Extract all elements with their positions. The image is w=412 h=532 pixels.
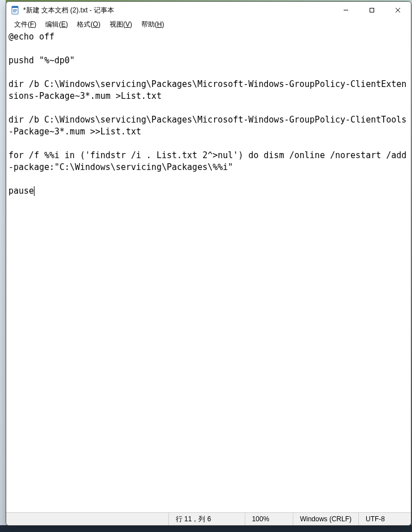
text-editor[interactable]: @echo off pushd "%~dp0" dir /b C:\Window… (6, 30, 411, 512)
menubar: 文件(F) 编辑(E) 格式(O) 视图(V) 帮助(H) (6, 19, 411, 30)
taskbar-fragment (0, 525, 412, 532)
svg-rect-1 (12, 6, 18, 8)
window-title: *新建 文本文档 (2).txt - 记事本 (23, 6, 333, 15)
background-fragment (0, 0, 6, 525)
menu-format[interactable]: 格式(O) (72, 19, 105, 30)
titlebar[interactable]: *新建 文本文档 (2).txt - 记事本 (6, 2, 411, 19)
maximize-button[interactable] (359, 2, 385, 19)
status-zoom: 100% (245, 513, 293, 525)
menu-help[interactable]: 帮助(H) (137, 19, 169, 30)
minimize-button[interactable] (333, 2, 359, 19)
menu-file[interactable]: 文件(F) (10, 19, 41, 30)
menu-view[interactable]: 视图(V) (105, 19, 137, 30)
menu-edit[interactable]: 编辑(E) (41, 19, 72, 30)
status-position: 行 11，列 6 (168, 513, 245, 525)
svg-rect-6 (370, 8, 374, 12)
status-line-ending: Windows (CRLF) (293, 513, 358, 525)
status-spacer (6, 513, 168, 525)
close-button[interactable] (385, 2, 411, 19)
notepad-icon (11, 6, 20, 15)
notepad-window: *新建 文本文档 (2).txt - 记事本 文件(F) 编辑(E) 格式(O)… (6, 1, 411, 526)
statusbar: 行 11，列 6 100% Windows (CRLF) UTF-8 (6, 512, 411, 525)
desktop: *新建 文本文档 (2).txt - 记事本 文件(F) 编辑(E) 格式(O)… (0, 0, 412, 532)
window-controls (333, 2, 411, 19)
text-caret (34, 186, 34, 196)
status-encoding: UTF-8 (358, 513, 411, 525)
